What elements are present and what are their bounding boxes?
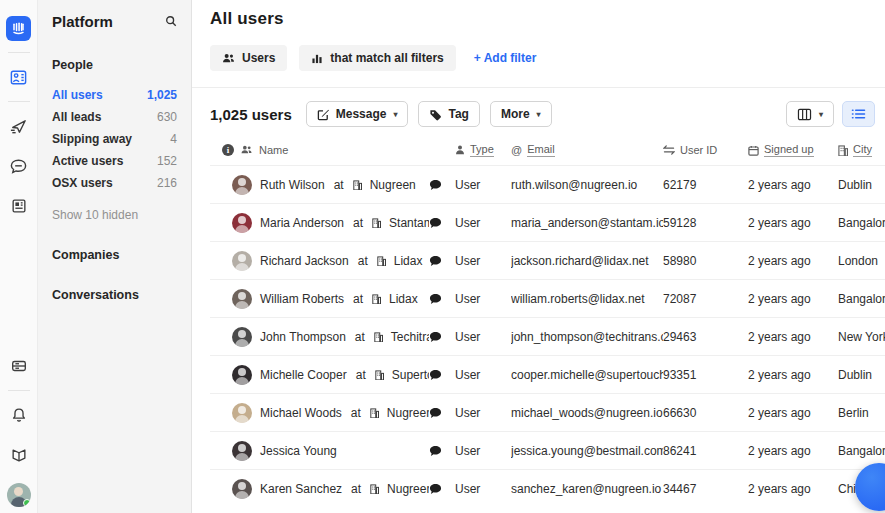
- company-name[interactable]: Nugreen: [387, 406, 429, 420]
- header-label: Type: [470, 143, 494, 157]
- user-id: 86241: [663, 444, 748, 458]
- building-icon: [370, 484, 379, 494]
- user-avatar: [232, 441, 252, 461]
- table-row[interactable]: Richard Jackson at Lidax: [210, 241, 885, 279]
- columns-button[interactable]: ▾: [786, 101, 834, 127]
- message-button[interactable]: Message ▾: [306, 101, 409, 127]
- at-word: at: [353, 216, 363, 230]
- segment-count: 152: [157, 154, 177, 168]
- sidebar-segment-item[interactable]: OSX users 216: [52, 172, 177, 194]
- header-label: Signed up: [764, 143, 814, 157]
- user-name: Richard Jackson: [260, 254, 349, 268]
- building-icon: [375, 370, 384, 380]
- match-filters-pill[interactable]: that match all filters: [299, 45, 455, 71]
- building-icon: [370, 408, 379, 418]
- outbound-paper-plane-icon[interactable]: [6, 113, 32, 139]
- user-count: 1,025 users: [210, 106, 292, 123]
- column-header-email[interactable]: @ Email: [511, 143, 663, 157]
- tag-button[interactable]: Tag: [418, 101, 479, 127]
- notifications-bell-icon[interactable]: [6, 402, 32, 428]
- company-name[interactable]: Techitrans: [391, 330, 429, 344]
- column-header-user-id[interactable]: User ID: [663, 144, 748, 156]
- articles-doc-icon[interactable]: [6, 193, 32, 219]
- at-word: at: [351, 482, 361, 496]
- company-name[interactable]: Lidax: [389, 292, 418, 306]
- segment-type-pill[interactable]: Users: [210, 45, 287, 71]
- list-view-icon: [851, 108, 866, 120]
- user-email: john_thompson@techitrans.com: [511, 330, 663, 344]
- user-type: User: [455, 292, 511, 306]
- user-city: Bangalore: [838, 292, 885, 306]
- sidebar: Platform People All users 1,025 All lead…: [38, 0, 192, 513]
- more-button[interactable]: More ▾: [490, 101, 552, 127]
- people-segment-list: All users 1,025 All leads 630 Slipping a…: [52, 84, 177, 194]
- signed-up: 2 years ago: [748, 254, 838, 268]
- user-id: 59128: [663, 216, 748, 230]
- user-email: jackson.richard@lidax.net: [511, 254, 663, 268]
- company-name[interactable]: Nugreen: [387, 482, 429, 496]
- column-header-name[interactable]: i Name: [210, 144, 429, 156]
- table-row[interactable]: William Roberts at Lidax: [210, 279, 885, 317]
- user-city: Bangalore: [838, 216, 885, 230]
- presence-indicator: [23, 499, 31, 507]
- user-id: 66630: [663, 406, 748, 420]
- table-row[interactable]: Ruth Wilson at Nugreen: [210, 165, 885, 203]
- sidebar-item-companies[interactable]: Companies: [52, 248, 177, 262]
- conversation-bubble-icon[interactable]: [429, 255, 455, 267]
- user-email: cooper.michelle@supertouch.net: [511, 368, 663, 382]
- user-name: John Thompson: [260, 330, 346, 344]
- signed-up: 2 years ago: [748, 406, 838, 420]
- list-view-toggle[interactable]: [842, 101, 875, 127]
- at-word: at: [355, 330, 365, 344]
- column-header-signed-up[interactable]: Signed up: [748, 143, 838, 157]
- current-user-avatar[interactable]: [7, 483, 31, 507]
- filter-bar: Users that match all filters + Add filte…: [210, 45, 885, 71]
- conversation-bubble-icon[interactable]: [429, 331, 455, 343]
- messenger-bubble-icon[interactable]: [6, 153, 32, 179]
- intercom-logo: [6, 16, 31, 41]
- signed-up: 2 years ago: [748, 292, 838, 306]
- show-hidden-link[interactable]: Show 10 hidden: [52, 208, 177, 222]
- table-row[interactable]: Maria Anderson at Stantam: [210, 203, 885, 241]
- company-name[interactable]: Stantam: [389, 216, 429, 230]
- segment-label: OSX users: [52, 176, 113, 190]
- conversation-bubble-icon[interactable]: [429, 483, 455, 495]
- add-filter-button[interactable]: + Add filter: [474, 51, 537, 65]
- user-city: Bangalore: [838, 444, 885, 458]
- contacts-icon[interactable]: [6, 64, 32, 90]
- sidebar-segment-item[interactable]: All leads 630: [52, 106, 177, 128]
- conversation-bubble-icon[interactable]: [429, 407, 455, 419]
- sidebar-item-conversations[interactable]: Conversations: [52, 288, 177, 302]
- main-content: All users Users that match all filters +…: [192, 0, 885, 513]
- table-row[interactable]: Karen Sanchez at Nugreen: [210, 469, 885, 507]
- column-header-type[interactable]: Type: [455, 143, 511, 157]
- search-icon[interactable]: [165, 15, 177, 27]
- users-icon: [222, 53, 235, 64]
- sidebar-segment-item[interactable]: Active users 152: [52, 150, 177, 172]
- conversation-bubble-icon[interactable]: [429, 293, 455, 305]
- signed-up: 2 years ago: [748, 216, 838, 230]
- help-book-icon[interactable]: [6, 442, 32, 468]
- conversation-bubble-icon[interactable]: [429, 179, 455, 191]
- table-row[interactable]: Michael Woods at Nugreen: [210, 393, 885, 431]
- column-header-city[interactable]: City: [838, 143, 885, 157]
- sidebar-segment-item[interactable]: Slipping away 4: [52, 128, 177, 150]
- sidebar-segment-item[interactable]: All users 1,025: [52, 84, 177, 106]
- icon-rail: [0, 0, 38, 513]
- tag-icon: [429, 108, 442, 121]
- people-section-heading: People: [52, 58, 177, 72]
- table-row[interactable]: Michelle Cooper at Supertouch: [210, 355, 885, 393]
- intercom-logo-icon[interactable]: [6, 15, 32, 41]
- user-email: maria_anderson@stantam.io: [511, 216, 663, 230]
- campaigns-stack-icon[interactable]: [6, 353, 32, 379]
- conversation-bubble-icon[interactable]: [429, 217, 455, 229]
- conversation-bubble-icon[interactable]: [429, 369, 455, 381]
- info-icon[interactable]: i: [222, 144, 234, 156]
- company-name[interactable]: Nugreen: [370, 178, 416, 192]
- company-name[interactable]: Supertouch: [392, 368, 429, 382]
- company-name[interactable]: Lidax: [394, 254, 423, 268]
- conversation-bubble-icon[interactable]: [429, 445, 455, 457]
- building-icon: [372, 218, 381, 228]
- table-row[interactable]: John Thompson at Techitrans: [210, 317, 885, 355]
- table-row[interactable]: Jessica Young User jessica.young@bestmai…: [210, 431, 885, 469]
